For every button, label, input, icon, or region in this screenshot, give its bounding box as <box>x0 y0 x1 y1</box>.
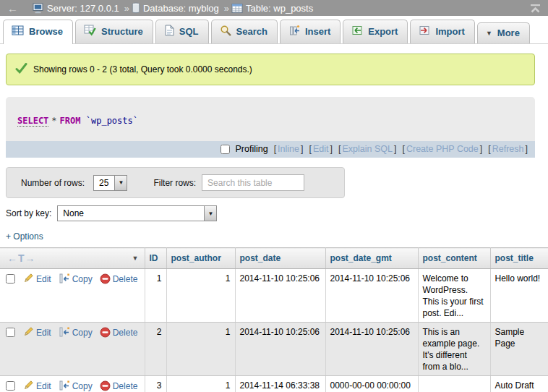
edit-query-link-group: [Edit] <box>309 144 333 154</box>
copy-link[interactable]: Copy <box>72 274 93 284</box>
dropdown-arrow-icon: ▼ <box>114 176 127 190</box>
sort-key-value: None <box>58 206 204 221</box>
row-actions: EditCopyDelete <box>0 376 145 392</box>
sort-by-key-label: Sort by key: <box>6 208 51 218</box>
back-arrow-icon[interactable]: ← <box>7 2 18 14</box>
table-icon <box>231 3 243 14</box>
breadcrumb-server[interactable]: Server: 127.0.0.1 <box>47 3 119 14</box>
tab-bar: Browse Structure SQL Search Insert Expor… <box>0 16 548 44</box>
column-header-id[interactable]: ID <box>145 248 166 269</box>
bracket: ] <box>301 144 303 154</box>
copy-link[interactable]: Copy <box>72 381 93 391</box>
sort-dropdown-icon[interactable]: ▼ <box>132 255 139 262</box>
delete-link[interactable]: Delete <box>113 274 138 284</box>
tab-export[interactable]: Export <box>343 20 408 43</box>
tab-label: Search <box>236 26 267 37</box>
delete-icon <box>100 276 111 286</box>
column-header-post-content[interactable]: post_content <box>418 248 490 269</box>
row-checkbox[interactable] <box>6 381 15 391</box>
tab-browse[interactable]: Browse <box>3 20 73 44</box>
sql-icon <box>164 25 174 38</box>
column-move-control[interactable]: ←T→ <box>7 252 36 264</box>
chevron-down-icon: ▼ <box>486 30 492 37</box>
tab-label: Export <box>368 26 398 37</box>
cell-post-date: 2014-11-10 10:25:06 <box>235 269 325 323</box>
edit-link[interactable]: Edit <box>36 328 51 338</box>
refresh-link[interactable]: Refresh <box>492 144 524 154</box>
query-actions-bar: Profiling [Inline] [Edit] [Explain SQL] … <box>6 141 535 158</box>
column-header-post-title[interactable]: post_title <box>490 248 548 269</box>
structure-icon <box>84 25 96 38</box>
breadcrumb-table[interactable]: Table: wp_posts <box>246 3 313 14</box>
topbar: ← Server: 127.0.0.1 » Database: myblog »… <box>0 0 548 16</box>
refresh-link-group: [Refresh] <box>488 144 528 154</box>
import-icon <box>419 25 430 38</box>
copy-link[interactable]: Copy <box>72 328 93 338</box>
cell-post-author: 1 <box>166 323 235 376</box>
delete-link[interactable]: Delete <box>113 381 138 391</box>
delete-icon <box>100 383 111 392</box>
cell-post-author: 1 <box>166 376 235 392</box>
check-icon <box>15 63 27 76</box>
tab-insert[interactable]: Insert <box>280 20 341 43</box>
dropdown-arrow-icon: ▼ <box>204 206 216 221</box>
edit-pencil-icon <box>22 276 34 286</box>
edit-link[interactable]: Edit <box>36 274 51 284</box>
copy-icon <box>59 383 70 392</box>
server-icon <box>33 2 44 14</box>
cell-post-date: 2014-11-10 10:25:06 <box>235 323 325 376</box>
profiling-checkbox[interactable] <box>221 145 230 154</box>
cell-post-content: Welcome to WordPress. This is your first… <box>418 269 490 323</box>
query-panel: SELECT*FROM `wp_posts` Profiling [Inline… <box>6 97 535 158</box>
bracket: [ <box>402 144 404 154</box>
bracket: [ <box>338 144 341 154</box>
tab-search[interactable]: Search <box>211 20 278 43</box>
tab-label: Import <box>435 26 464 37</box>
breadcrumb-separator: » <box>224 3 229 14</box>
breadcrumb-separator: » <box>124 3 129 14</box>
actions-header: ←T→ ▼ <box>0 248 145 269</box>
edit-query-link[interactable]: Edit <box>313 144 329 154</box>
database-icon <box>132 2 140 14</box>
sql-star: * <box>51 116 56 126</box>
sql-keyword: FROM <box>60 116 81 126</box>
collapse-icon[interactable] <box>530 4 541 13</box>
sort-key-select[interactable]: None ▼ <box>57 205 217 221</box>
bracket: ] <box>480 144 482 154</box>
create-php-link[interactable]: Create PHP Code <box>406 144 479 154</box>
row-checkbox[interactable] <box>6 328 15 337</box>
tab-import[interactable]: Import <box>410 20 474 43</box>
table-row: EditCopyDelete 2 1 2014-11-10 10:25:06 2… <box>0 323 548 376</box>
cell-post-title: Auto Draft <box>490 376 548 392</box>
tab-label: SQL <box>179 26 199 37</box>
bracket: ] <box>394 144 396 154</box>
rows-count-select[interactable]: 25 ▼ <box>93 175 127 191</box>
sql-keyword[interactable]: SELECT <box>17 116 48 127</box>
table-row: EditCopyDelete 3 1 2014-11-14 06:33:38 0… <box>0 376 548 392</box>
tab-sql[interactable]: SQL <box>155 20 209 43</box>
results-table: ←T→ ▼ ID post_author post_date post_date… <box>0 247 548 392</box>
tab-label: Insert <box>305 26 330 37</box>
options-toggle[interactable]: + Options <box>6 231 43 242</box>
edit-link[interactable]: Edit <box>36 381 51 391</box>
copy-icon <box>59 330 70 340</box>
sort-controls: Sort by key: None ▼ <box>6 205 548 221</box>
inline-link[interactable]: Inline <box>278 144 299 154</box>
column-header-post-date-gmt[interactable]: post_date_gmt <box>325 248 418 269</box>
row-checkbox[interactable] <box>6 274 15 284</box>
breadcrumb-database[interactable]: Database: myblog <box>143 3 219 14</box>
tab-label: More <box>497 27 520 38</box>
filter-rows-input[interactable] <box>202 174 304 191</box>
cell-post-content <box>418 376 490 392</box>
tab-structure[interactable]: Structure <box>75 20 153 43</box>
bracket: ] <box>330 144 333 154</box>
explain-sql-link[interactable]: Explain SQL <box>342 144 392 154</box>
tab-more[interactable]: ▼ More <box>477 22 530 43</box>
cell-post-date: 2014-11-14 06:33:38 <box>235 376 325 392</box>
delete-link[interactable]: Delete <box>113 328 138 338</box>
inline-link-group: [Inline] <box>274 144 304 154</box>
column-header-post-author[interactable]: post_author <box>166 248 235 269</box>
tab-label: Structure <box>101 26 143 37</box>
table-row: EditCopyDelete 1 1 2014-11-10 10:25:06 2… <box>0 269 548 323</box>
column-header-post-date[interactable]: post_date <box>235 248 325 269</box>
